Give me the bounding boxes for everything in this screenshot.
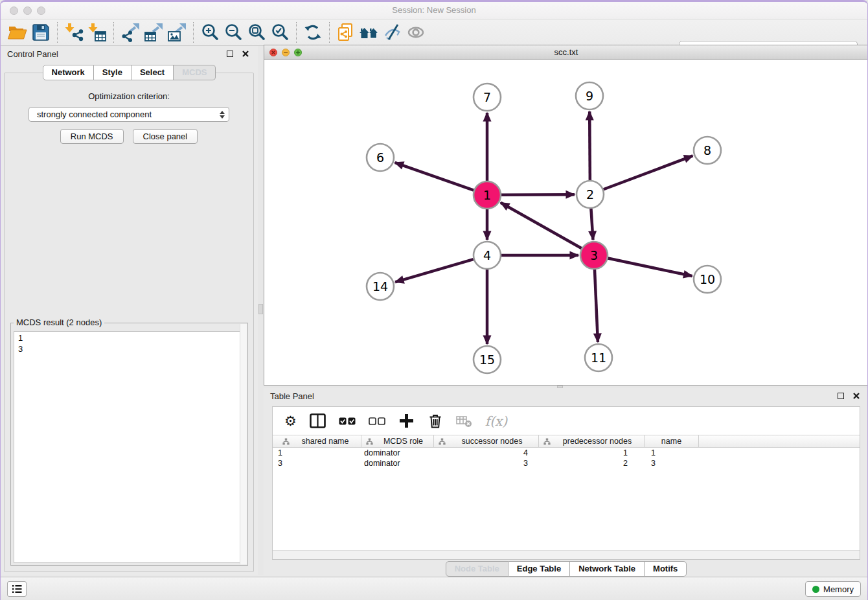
graph-edge-2-9[interactable] — [589, 111, 590, 180]
tab-mcds[interactable]: MCDS — [174, 65, 216, 80]
float-icon — [838, 393, 844, 399]
mcds-result-groupbox: MCDS result (2 nodes) 1 3 — [10, 323, 248, 566]
zoom-in-button[interactable] — [198, 21, 222, 43]
graph-edge-2-8[interactable] — [604, 156, 693, 189]
mcds-result-list[interactable]: 1 3 — [14, 331, 245, 563]
deselect-all-icon — [369, 417, 385, 425]
tab-network-table[interactable]: Network Table — [570, 561, 645, 577]
vertical-splitter[interactable] — [258, 46, 264, 575]
cell-shared-name[interactable]: 1 — [273, 448, 361, 457]
delete-column-button[interactable] — [428, 413, 443, 429]
graph-edge-3-11[interactable] — [595, 270, 598, 342]
open-file-button[interactable] — [6, 21, 29, 43]
splitter-grip[interactable] — [258, 304, 263, 314]
cell-name[interactable]: 3 — [645, 459, 699, 468]
graph-edge-4-14[interactable] — [395, 259, 474, 282]
import-network-button[interactable] — [62, 21, 86, 43]
graph-edge-3-1[interactable] — [501, 203, 582, 248]
add-column-button[interactable] — [398, 413, 415, 429]
delete-table-button[interactable] — [456, 415, 472, 428]
column-header-shared-name[interactable]: shared name — [273, 435, 361, 447]
cell-predecessor-nodes[interactable]: 1 — [539, 448, 645, 457]
table-panel-tabs: Node Table Edge Table Network Table Moti… — [264, 561, 868, 577]
network-canvas[interactable]: 7968124314101511 — [264, 60, 868, 385]
control-panel-header: Control Panel — [1, 46, 258, 62]
close-panel-action-button[interactable]: Close panel — [133, 129, 198, 144]
network-graph[interactable]: 7968124314101511 — [264, 60, 868, 385]
zoom-in-icon — [200, 23, 220, 42]
tab-edge-table[interactable]: Edge Table — [508, 561, 570, 577]
import-table-button[interactable] — [86, 21, 109, 43]
column-header-mcds-role[interactable]: MCDS role — [361, 435, 434, 447]
home-houses-icon — [359, 23, 380, 42]
graph-edge-1-6[interactable] — [395, 163, 474, 190]
graph-node-label-2: 2 — [586, 187, 594, 202]
cell-mcds-role[interactable]: dominator — [361, 459, 434, 468]
first-neighbors-button[interactable] — [358, 21, 381, 43]
show-hide-button[interactable] — [381, 21, 404, 43]
toolbar-separator — [57, 22, 58, 43]
column-header-predecessor-nodes[interactable]: predecessor nodes — [539, 435, 645, 447]
function-builder-button[interactable]: f(x) — [485, 413, 507, 429]
cell-mcds-role[interactable]: dominator — [361, 448, 434, 457]
task-history-button[interactable] — [7, 581, 27, 597]
zoom-out-button[interactable] — [222, 21, 245, 43]
criterion-dropdown[interactable]: strongly connected component — [29, 107, 229, 122]
save-session-button[interactable] — [29, 21, 52, 43]
zoom-fit-button[interactable] — [245, 21, 268, 43]
graph-edge-3-10[interactable] — [608, 259, 692, 276]
graph-node-label-7: 7 — [483, 90, 491, 104]
window-title: Session: New Session — [1, 5, 867, 15]
graph-node-label-10: 10 — [700, 272, 715, 286]
zoom-selected-button[interactable] — [268, 21, 291, 43]
close-table-panel-button[interactable] — [851, 391, 862, 401]
tab-network[interactable]: Network — [43, 65, 94, 80]
table-row[interactable]: 1 dominator 4 1 1 — [273, 448, 860, 458]
graph-node-label-11: 11 — [591, 351, 606, 365]
result-scrollbar[interactable] — [240, 324, 247, 564]
clone-network-button[interactable] — [334, 21, 358, 43]
network-window-title: scc.txt — [264, 47, 868, 57]
split-columns-button[interactable] — [310, 413, 326, 428]
control-panel-tabs: Network Style Select MCDS — [1, 65, 258, 80]
graph-node-label-15: 15 — [479, 352, 495, 367]
column-header-name[interactable]: name — [645, 435, 699, 447]
graph-edge-1-2[interactable] — [501, 194, 575, 195]
tab-node-table[interactable]: Node Table — [446, 561, 508, 577]
float-panel-button[interactable] — [224, 49, 236, 59]
mcds-panel: Optimization criterion: strongly connect… — [4, 73, 254, 572]
table-scroll-strip — [273, 550, 860, 559]
float-table-panel-button[interactable] — [835, 391, 847, 401]
tab-motifs[interactable]: Motifs — [645, 561, 687, 577]
cell-shared-name[interactable]: 3 — [273, 459, 361, 468]
tab-select[interactable]: Select — [131, 65, 174, 80]
preview-button[interactable] — [404, 21, 428, 43]
cell-successor-nodes[interactable]: 3 — [434, 459, 539, 468]
show-hide-icon — [383, 23, 402, 41]
cell-predecessor-nodes[interactable]: 2 — [539, 459, 645, 468]
run-mcds-button[interactable]: Run MCDS — [60, 129, 124, 144]
select-all-button[interactable] — [339, 417, 356, 425]
graph-node-label-1: 1 — [483, 188, 491, 202]
export-network-button[interactable] — [119, 21, 142, 43]
list-icon — [12, 584, 23, 594]
node-table-container: ⚙ — [272, 406, 860, 560]
table-row[interactable]: 3 dominator 3 2 3 — [273, 458, 860, 468]
cell-successor-nodes[interactable]: 4 — [434, 448, 539, 457]
cell-name[interactable]: 1 — [645, 448, 699, 457]
graph-edge-2-3[interactable] — [591, 209, 593, 240]
refresh-icon — [303, 23, 323, 42]
table-panel: Table Panel ⚙ — [264, 388, 868, 579]
tab-style[interactable]: Style — [94, 65, 131, 80]
column-header-successor-nodes[interactable]: successor nodes — [434, 435, 539, 447]
refresh-button[interactable] — [301, 21, 325, 43]
export-image-button[interactable] — [165, 21, 188, 43]
deselect-all-button[interactable] — [369, 417, 385, 425]
dropdown-stepper-icon — [220, 111, 225, 119]
memory-button[interactable]: Memory — [805, 581, 861, 597]
export-table-icon — [144, 23, 163, 42]
window-titlebar: Session: New Session — [1, 2, 867, 19]
export-table-button[interactable] — [142, 21, 165, 43]
close-panel-button[interactable] — [240, 49, 251, 59]
table-settings-button[interactable]: ⚙ — [284, 414, 297, 428]
